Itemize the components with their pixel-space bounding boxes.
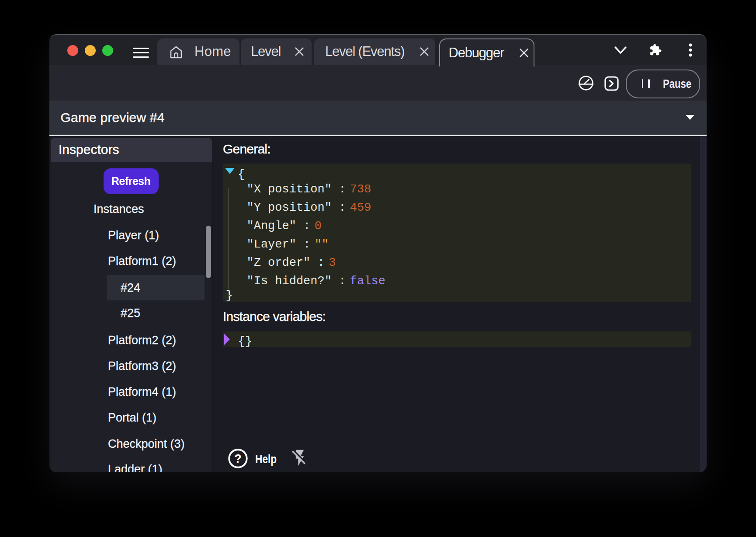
svg-text:?: ? — [234, 452, 242, 465]
